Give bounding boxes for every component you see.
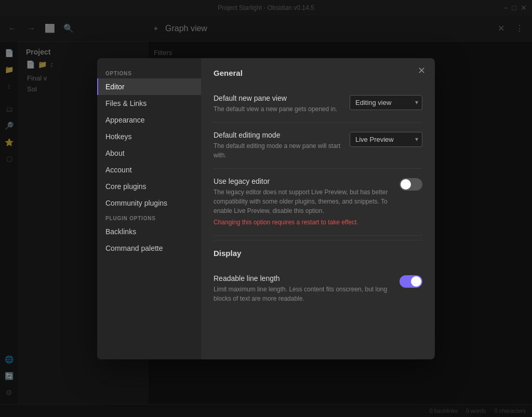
setting-info-legacy-editor: Use legacy editor The legacy editor does…	[214, 177, 391, 227]
readable-line-toggle[interactable]	[400, 275, 422, 288]
sidebar-item-backlinks[interactable]: Backlinks	[97, 223, 201, 240]
setting-info-default-pane: Default new pane view The default view a…	[214, 94, 341, 114]
setting-row-legacy-editor: Use legacy editor The legacy editor does…	[214, 169, 422, 236]
setting-control-legacy-editor	[400, 178, 422, 191]
sidebar-item-hotkeys-label: Hotkeys	[105, 132, 132, 141]
sidebar-item-about-label: About	[105, 149, 125, 157]
sidebar-item-editor-label: Editor	[105, 83, 125, 91]
legacy-editor-toggle-knob	[401, 179, 411, 190]
sidebar-item-account-label: Account	[105, 166, 132, 174]
setting-label-default-pane: Default new pane view	[214, 94, 341, 102]
setting-row-readable-line: Readable line length Limit maximum line …	[214, 266, 422, 312]
sidebar-item-editor[interactable]: Editor	[97, 78, 201, 95]
display-section-divider	[214, 240, 422, 240]
readable-line-toggle-knob	[411, 276, 421, 287]
setting-warning-legacy-editor: Changing this option requires a restart …	[214, 218, 391, 227]
sidebar-item-core-plugins-label: Core plugins	[105, 182, 147, 191]
settings-main-area: General Default new pane view The defaul…	[201, 58, 435, 359]
setting-label-legacy-editor: Use legacy editor	[214, 177, 391, 185]
legacy-editor-toggle[interactable]	[400, 178, 422, 191]
sidebar-item-files-links[interactable]: Files & Links	[97, 95, 201, 112]
setting-row-editing-mode: Default editing mode The default editing…	[214, 123, 422, 169]
sidebar-item-command-palette[interactable]: Command palette	[97, 240, 201, 257]
sidebar-item-account[interactable]: Account	[97, 162, 201, 178]
sidebar-item-community-plugins[interactable]: Community plugins	[97, 195, 201, 211]
modal-close-button[interactable]: ✕	[415, 64, 428, 77]
setting-desc-editing-mode: The default editing mode a new pane will…	[214, 141, 341, 160]
select-wrapper-pane: Editing view Reading view Live Preview	[350, 95, 422, 110]
setting-info-editing-mode: Default editing mode The default editing…	[214, 131, 341, 160]
default-pane-select[interactable]: Editing view Reading view Live Preview	[350, 95, 422, 110]
options-section-label: OPTIONS	[97, 66, 201, 78]
sidebar-item-about[interactable]: About	[97, 145, 201, 162]
setting-control-editing-mode: Live Preview Source mode	[350, 132, 422, 147]
select-wrapper-editing: Live Preview Source mode	[350, 132, 422, 147]
sidebar-item-files-links-label: Files & Links	[105, 99, 147, 107]
sidebar-item-command-palette-label: Command palette	[105, 244, 163, 252]
sidebar-item-core-plugins[interactable]: Core plugins	[97, 178, 201, 195]
settings-modal: ✕ OPTIONS Editor Files & Links Appearanc…	[97, 58, 435, 359]
setting-label-editing-mode: Default editing mode	[214, 131, 341, 139]
setting-desc-default-pane: The default view a new pane gets opened …	[214, 104, 341, 114]
sidebar-item-backlinks-label: Backlinks	[105, 227, 136, 236]
setting-desc-legacy-editor: The legacy editor does not support Live …	[214, 187, 391, 216]
settings-sidebar: OPTIONS Editor Files & Links Appearance …	[97, 58, 201, 359]
sidebar-item-appearance[interactable]: Appearance	[97, 112, 201, 128]
setting-desc-readable-line: Limit maximum line length. Less content …	[214, 285, 391, 303]
setting-info-readable-line: Readable line length Limit maximum line …	[214, 274, 391, 303]
sidebar-item-hotkeys[interactable]: Hotkeys	[97, 128, 201, 145]
setting-label-readable-line: Readable line length	[214, 274, 391, 283]
display-section-heading: Display	[214, 249, 422, 258]
plugin-options-section-label: PLUGIN OPTIONS	[97, 211, 201, 223]
setting-control-readable-line	[400, 275, 422, 288]
sidebar-item-appearance-label: Appearance	[105, 116, 145, 124]
setting-row-default-pane: Default new pane view The default view a…	[214, 86, 422, 123]
general-section-heading: General	[214, 69, 422, 77]
default-editing-mode-select[interactable]: Live Preview Source mode	[350, 132, 422, 147]
sidebar-item-community-plugins-label: Community plugins	[105, 199, 167, 207]
setting-control-default-pane: Editing view Reading view Live Preview	[350, 95, 422, 110]
